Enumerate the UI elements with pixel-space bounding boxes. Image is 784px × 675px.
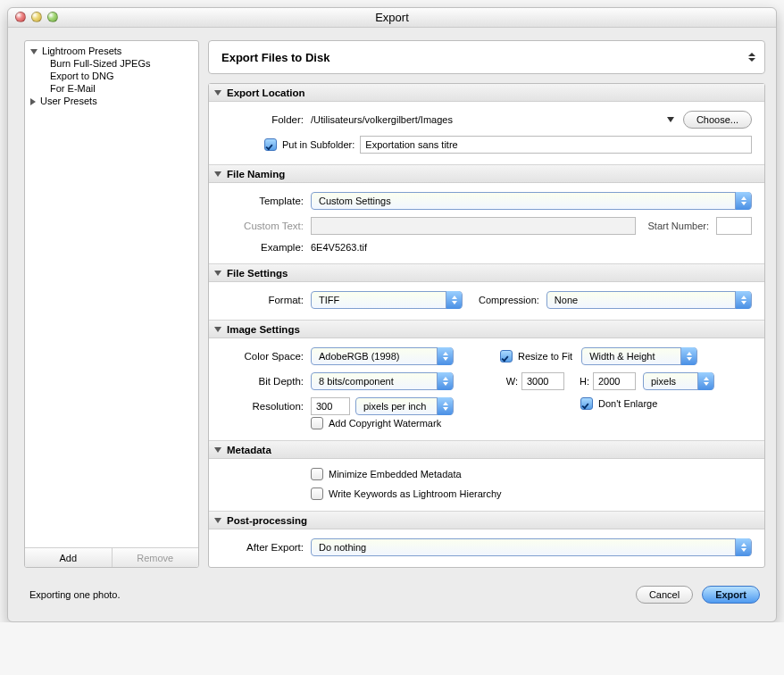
preset-group-lightroom[interactable]: Lightroom Presets: [25, 45, 198, 57]
preset-group-label: Lightroom Presets: [42, 46, 121, 56]
custom-text-input: [311, 217, 636, 235]
resolution-label: Resolution:: [221, 401, 311, 412]
min-metadata-checkbox[interactable]: [311, 468, 323, 480]
panel-header[interactable]: Export Location: [209, 84, 764, 102]
watermark-label: Add Copyright Watermark: [329, 418, 441, 429]
window-close-button[interactable]: [15, 12, 26, 22]
width-input[interactable]: [521, 372, 564, 390]
presets-sidebar: Lightroom Presets Burn Full-Sized JPEGs …: [24, 40, 199, 568]
disclosure-icon: [214, 447, 221, 453]
panel-title: Metadata: [227, 445, 271, 455]
panel-file-naming: File Naming Template: Custom Settings Cu…: [209, 165, 764, 264]
presets-tree: Lightroom Presets Burn Full-Sized JPEGs …: [25, 41, 198, 547]
disclosure-icon: [30, 49, 38, 54]
add-preset-button[interactable]: Add: [25, 548, 113, 567]
preset-group-user[interactable]: User Presets: [25, 95, 198, 107]
status-text: Exporting one photo.: [29, 589, 121, 600]
dialog-footer: Exporting one photo. Cancel Export: [8, 577, 776, 621]
format-select[interactable]: TIFF: [311, 291, 463, 309]
right-column: Export Files to Disk Export Location Fol…: [208, 40, 765, 568]
disclosure-icon: [214, 90, 221, 96]
panel-title: File Settings: [227, 268, 288, 279]
window-controls: [15, 12, 58, 22]
panel-header[interactable]: Post-processing: [209, 512, 764, 529]
resize-label: Resize to Fit: [518, 351, 572, 362]
keyword-hierarchy-label: Write Keywords as Lightroom Hierarchy: [329, 488, 502, 499]
subfolder-label: Put in Subfolder:: [282, 139, 354, 150]
subfolder-input[interactable]: [360, 136, 752, 154]
destination-label: Export Files to Disk: [221, 51, 329, 64]
folder-label: Folder:: [221, 114, 311, 125]
subfolder-checkbox[interactable]: [264, 138, 277, 151]
panel-title: Post-processing: [227, 515, 307, 526]
example-label: Example:: [221, 242, 311, 253]
after-export-select[interactable]: Do nothing: [311, 538, 752, 556]
panel-header[interactable]: Image Settings: [209, 321, 764, 338]
start-number-label: Start Number:: [648, 221, 709, 231]
keyword-hierarchy-checkbox[interactable]: [311, 488, 323, 500]
content-area: Lightroom Presets Burn Full-Sized JPEGs …: [8, 28, 776, 577]
panel-export-location: Export Location Folder: /Utilisateurs/vo…: [209, 84, 764, 165]
panel-title: Image Settings: [227, 324, 300, 335]
panel-header[interactable]: Metadata: [209, 441, 764, 459]
panel-title: File Naming: [227, 169, 285, 179]
color-space-select[interactable]: AdobeRGB (1998): [311, 347, 454, 365]
window-minimize-button[interactable]: [31, 12, 42, 22]
panel-post-processing: Post-processing After Export: Do nothing: [209, 512, 764, 567]
disclosure-icon: [214, 327, 221, 332]
resize-mode-select[interactable]: Width & Height: [581, 347, 697, 365]
preset-item[interactable]: Burn Full-Sized JPEGs: [25, 57, 198, 70]
size-unit-select[interactable]: pixels: [643, 372, 714, 390]
template-label: Template:: [221, 196, 311, 206]
dont-enlarge-checkbox[interactable]: [580, 397, 593, 410]
panel-file-settings: File Settings Format: TIFF Compression: …: [209, 264, 764, 321]
export-button[interactable]: Export: [702, 586, 760, 604]
preset-item[interactable]: Export to DNG: [25, 70, 198, 82]
bit-depth-label: Bit Depth:: [221, 376, 311, 387]
custom-text-label: Custom Text:: [221, 221, 311, 231]
resolution-input[interactable]: [311, 397, 350, 415]
example-value: 6E4V5263.tif: [311, 242, 367, 253]
panel-image-settings: Image Settings Color Space: AdobeRGB (19…: [209, 321, 764, 441]
preset-group-label: User Presets: [40, 96, 97, 106]
min-metadata-label: Minimize Embedded Metadata: [329, 469, 462, 479]
window-zoom-button[interactable]: [47, 12, 58, 22]
choose-folder-button[interactable]: Choose...: [683, 111, 752, 129]
start-number-input[interactable]: [716, 217, 752, 235]
dont-enlarge-label: Don't Enlarge: [598, 398, 657, 409]
panel-header[interactable]: File Naming: [209, 165, 764, 183]
h-label: H:: [571, 376, 589, 387]
panel-metadata: Metadata Minimize Embedded Metadata Writ…: [209, 441, 764, 512]
window-title: Export: [375, 11, 409, 24]
export-dialog: Export Lightroom Presets Burn Full-Sized…: [7, 7, 777, 622]
resize-checkbox[interactable]: [500, 350, 513, 362]
height-input[interactable]: [593, 372, 636, 390]
color-space-label: Color Space:: [221, 351, 311, 362]
disclosure-icon: [214, 271, 221, 276]
bit-depth-select[interactable]: 8 bits/component: [311, 372, 454, 390]
preset-item[interactable]: For E-Mail: [25, 82, 198, 95]
watermark-checkbox[interactable]: [311, 417, 323, 429]
disclosure-icon: [30, 98, 36, 105]
disclosure-icon: [214, 518, 221, 523]
export-destination-select[interactable]: Export Files to Disk: [208, 40, 765, 74]
popup-arrow-icon: [748, 53, 755, 62]
cancel-button[interactable]: Cancel: [636, 586, 693, 604]
sidebar-footer: Add Remove: [25, 547, 198, 567]
folder-path: /Utilisateurs/volkergilbert/Images: [311, 114, 453, 125]
w-label: W:: [500, 376, 518, 387]
format-label: Format:: [221, 295, 311, 305]
panel-header[interactable]: File Settings: [209, 264, 764, 282]
panel-title: Export Location: [227, 88, 305, 98]
after-export-label: After Export:: [221, 542, 311, 553]
disclosure-icon: [214, 171, 221, 177]
recent-folders-popup[interactable]: [667, 117, 674, 122]
resolution-unit-select[interactable]: pixels per inch: [355, 397, 454, 415]
export-panels: Export Location Folder: /Utilisateurs/vo…: [208, 83, 765, 568]
titlebar: Export: [8, 8, 776, 28]
template-select[interactable]: Custom Settings: [311, 192, 752, 210]
compression-select[interactable]: None: [546, 291, 752, 309]
compression-label: Compression:: [479, 295, 539, 305]
remove-preset-button[interactable]: Remove: [113, 548, 199, 567]
